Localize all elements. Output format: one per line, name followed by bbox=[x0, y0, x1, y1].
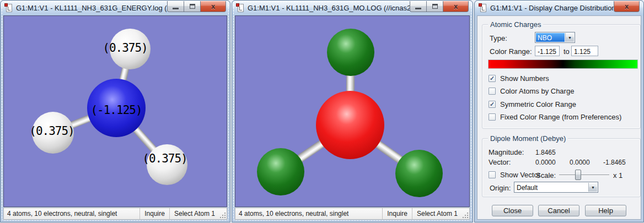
color-range-min-input[interactable] bbox=[535, 46, 560, 56]
close-button[interactable]: x bbox=[614, 1, 640, 12]
color-atoms-by-charge-checkbox[interactable] bbox=[489, 88, 496, 95]
molecule-viewport-charge-colored[interactable] bbox=[235, 15, 470, 207]
vector-label: Vector: bbox=[489, 158, 511, 166]
color-range-label: Color Range: bbox=[490, 47, 532, 56]
status-select-atom: Select Atom 1 bbox=[412, 208, 462, 219]
maximize-icon bbox=[432, 4, 438, 9]
close-icon: x bbox=[211, 2, 215, 12]
charge-label: (0.375) bbox=[29, 124, 74, 138]
to-label: to bbox=[564, 47, 570, 56]
gaussview-file-icon bbox=[4, 3, 13, 13]
chevron-down-icon[interactable]: ▼ bbox=[588, 183, 597, 192]
minimize-icon bbox=[415, 8, 421, 9]
resize-grip[interactable] bbox=[219, 208, 227, 219]
charge-label: (0.375) bbox=[103, 41, 148, 55]
status-inquire: Inquire bbox=[382, 208, 412, 219]
show-numbers-label[interactable]: Show Numbers bbox=[500, 74, 549, 83]
maximize-button[interactable] bbox=[426, 1, 443, 12]
molecule-status-text: 4 atoms, 10 electrons, neutral, singlet bbox=[235, 210, 382, 217]
fixed-color-range-label[interactable]: Fixed Color Range (from Preferences) bbox=[500, 113, 621, 121]
symmetric-color-range-checkbox[interactable]: ✓ bbox=[489, 101, 496, 108]
scale-factor-value: x 1 bbox=[613, 171, 622, 180]
charge-label: (-1.125) bbox=[90, 104, 142, 117]
charge-type-combobox[interactable]: NBO ▼ bbox=[535, 32, 575, 43]
vector-y-value: 0.0000 bbox=[570, 159, 590, 166]
dialog-body: Atomic Charges Type: NBO ▼ Color Range: … bbox=[477, 15, 641, 220]
gaussview-file-icon bbox=[479, 3, 487, 13]
color-range-max-input[interactable] bbox=[571, 46, 598, 56]
show-numbers-checkbox[interactable]: ✓ bbox=[489, 75, 496, 82]
minimize-button[interactable] bbox=[410, 1, 426, 12]
positive-charge-atom[interactable] bbox=[257, 148, 304, 195]
cancel-button[interactable]: Cancel bbox=[538, 205, 579, 216]
statusbar: 4 atoms, 10 electrons, neutral, singlet … bbox=[235, 208, 470, 220]
origin-label: Origin: bbox=[490, 184, 511, 192]
help-button[interactable]: Help bbox=[585, 205, 626, 216]
statusbar: 4 atoms, 10 electrons, neutral, singlet … bbox=[3, 208, 227, 220]
close-button[interactable]: x bbox=[443, 1, 469, 12]
scale-slider-track[interactable] bbox=[559, 175, 609, 176]
status-inquire: Inquire bbox=[139, 208, 169, 219]
molecule-viewport-nh3[interactable]: (0.375) (-1.125) (0.375) (0.375) bbox=[3, 15, 227, 207]
check-icon: ✓ bbox=[490, 75, 495, 81]
positive-charge-atom[interactable] bbox=[395, 150, 443, 197]
origin-combobox[interactable]: Default ▼ bbox=[514, 182, 598, 193]
negative-charge-atom[interactable] bbox=[316, 91, 384, 159]
maximize-icon bbox=[190, 4, 195, 9]
vector-z-value: -1.8465 bbox=[603, 159, 626, 166]
chevron-down-icon[interactable]: ▼ bbox=[565, 33, 574, 42]
charge-color-scale bbox=[488, 59, 638, 69]
show-vector-label[interactable]: Show Vector bbox=[500, 171, 540, 179]
close-dialog-button[interactable]: Close bbox=[492, 205, 533, 216]
minimize-button[interactable] bbox=[167, 1, 184, 12]
close-icon: x bbox=[454, 2, 458, 12]
color-atoms-by-charge-label[interactable]: Color Atoms by Charge bbox=[500, 87, 574, 95]
status-select-atom: Select Atom 1 bbox=[169, 208, 219, 219]
symmetric-color-range-label[interactable]: Symmetric Color Range bbox=[500, 100, 576, 108]
gaussview-file-icon bbox=[236, 3, 244, 13]
origin-value: Default bbox=[515, 183, 588, 192]
show-vector-checkbox[interactable] bbox=[489, 171, 496, 178]
maximize-button[interactable] bbox=[184, 1, 200, 12]
display-charge-distribution-dialog: G1:M1:V1 - Display Charge Distribution x… bbox=[474, 0, 644, 222]
magnitude-label: Magnitude: bbox=[489, 148, 524, 156]
minimize-icon bbox=[173, 8, 179, 9]
window-mo-log: G1:M1:V1 - KL1111_NH3_631G_MO.LOG (//icn… bbox=[232, 0, 473, 222]
close-icon: x bbox=[625, 2, 629, 12]
group-label: Dipole Moment (Debye) bbox=[488, 134, 568, 143]
window-energy-log: G1:M1:V1 - KL1111_NH3_631G_ENERGY.log (/… bbox=[0, 0, 230, 222]
resize-grip[interactable] bbox=[462, 208, 469, 219]
charge-type-value: NBO bbox=[536, 33, 565, 42]
type-label: Type: bbox=[490, 34, 507, 42]
magnitude-value: 1.8465 bbox=[535, 149, 556, 156]
scale-slider-thumb[interactable] bbox=[575, 170, 581, 180]
positive-charge-atom[interactable] bbox=[327, 29, 374, 76]
vector-x-value: 0.0000 bbox=[535, 159, 556, 166]
molecule-status-text: 4 atoms, 10 electrons, neutral, singlet bbox=[4, 210, 139, 217]
fixed-color-range-checkbox[interactable] bbox=[489, 113, 496, 121]
group-label: Atomic Charges bbox=[488, 20, 543, 29]
check-icon: ✓ bbox=[490, 101, 495, 107]
scale-label: Scale: bbox=[536, 171, 556, 180]
charge-label: (0.375) bbox=[142, 152, 187, 165]
close-button[interactable]: x bbox=[200, 1, 226, 12]
